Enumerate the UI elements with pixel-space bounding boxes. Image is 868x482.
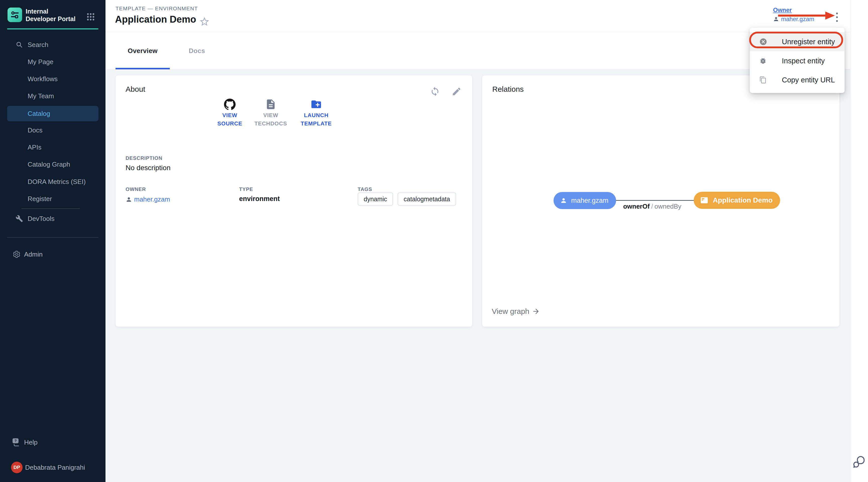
sidebar-item-label: Catalog Graph	[28, 160, 70, 169]
sidebar-item-devtools[interactable]: DevTools	[7, 211, 98, 226]
sidebar-item-label: Docs	[28, 126, 42, 134]
sidebar: Internal Developer Portal Search My Page…	[0, 0, 105, 482]
refresh-icon[interactable]	[430, 86, 440, 96]
github-icon	[224, 98, 236, 110]
view-graph-label: View graph	[492, 307, 529, 315]
cancel-circle-icon	[759, 38, 767, 46]
sidebar-item-apis[interactable]: APIs	[7, 140, 98, 155]
page-title: Application Demo	[115, 14, 196, 25]
person-icon	[126, 196, 132, 203]
action-label: VIEW	[249, 111, 292, 119]
sidebar-item-label: Help	[24, 439, 37, 446]
sidebar-item-my-team[interactable]: My Team	[7, 89, 98, 103]
action-label: TECHDOCS	[249, 119, 292, 128]
menu-item-copy-entity-url[interactable]: Copy entity URL	[750, 70, 845, 89]
action-label: LAUNCH	[295, 111, 338, 119]
tag-chip[interactable]: catalogmetadata	[398, 192, 456, 206]
person-icon	[773, 16, 779, 22]
sidebar-item-catalog[interactable]: Catalog	[7, 106, 98, 121]
sidebar-item-register[interactable]: Register	[7, 191, 98, 206]
owner-value-text: maher.gzam	[781, 16, 814, 23]
sidebar-item-label: Catalog	[28, 110, 50, 118]
view-source-button[interactable]: VIEW SOURCE	[209, 98, 251, 128]
description-label: DESCRIPTION	[126, 155, 162, 161]
bug-icon	[759, 57, 767, 65]
gear-icon	[12, 250, 21, 258]
action-label: SOURCE	[209, 119, 251, 128]
sidebar-item-label: APIs	[28, 144, 41, 151]
sidebar-item-label: DevTools	[28, 215, 55, 223]
relation-edge	[611, 200, 694, 201]
sidebar-item-catalog-graph[interactable]: Catalog Graph	[7, 157, 98, 172]
type-field-label: TYPE	[239, 186, 253, 192]
about-owner-link[interactable]: maher.gzam	[126, 195, 170, 203]
relations-card: Relations maher.gzam Application Demo ow…	[482, 76, 839, 327]
menu-item-unregister-entity[interactable]: Unregister entity	[750, 32, 845, 51]
tab-overview[interactable]: Overview	[116, 32, 170, 69]
graph-node-entity[interactable]: Application Demo	[694, 192, 780, 209]
breadcrumb: TEMPLATE — ENVIRONMENT	[116, 5, 198, 11]
help-chat-icon: ?	[11, 438, 21, 447]
chat-bubbles-icon[interactable]	[852, 454, 866, 469]
sidebar-item-docs[interactable]: Docs	[7, 123, 98, 138]
description-value: No description	[126, 164, 170, 172]
svg-text:?: ?	[14, 439, 17, 443]
relation-reverse: ownedBy	[654, 203, 681, 210]
tags-field-label: TAGS	[358, 186, 372, 192]
sidebar-item-dora-metrics[interactable]: DORA Metrics (SEI)	[7, 174, 98, 189]
node-label: Application Demo	[713, 196, 773, 204]
tag-chip[interactable]: dynamic	[358, 192, 393, 206]
sidebar-item-workflows[interactable]: Workflows	[7, 71, 98, 86]
owner-block: Owner maher.gzam	[773, 6, 814, 23]
launch-template-button[interactable]: LAUNCH TEMPLATE	[295, 98, 338, 128]
sidebar-item-help[interactable]: ? Help	[7, 435, 98, 450]
app-root: Internal Developer Portal Search My Page…	[0, 0, 868, 482]
sidebar-item-my-page[interactable]: My Page	[7, 55, 98, 69]
action-label: VIEW	[209, 111, 251, 119]
sidebar-divider	[7, 237, 98, 238]
graph-node-user[interactable]: maher.gzam	[554, 192, 616, 209]
sidebar-item-label: Admin	[24, 250, 43, 258]
new-folder-icon	[310, 98, 322, 110]
apps-grid-icon[interactable]	[87, 13, 94, 21]
wrench-icon	[16, 215, 23, 222]
active-tab-indicator	[116, 68, 170, 69]
action-label: TEMPLATE	[295, 119, 338, 128]
tab-docs[interactable]: Docs	[170, 32, 224, 69]
brand-title: Internal Developer Portal	[26, 7, 79, 23]
about-owner-text: maher.gzam	[134, 195, 170, 203]
user-name: Debabrata Panigrahi	[25, 464, 85, 472]
node-label: maher.gzam	[571, 197, 609, 205]
brand[interactable]: Internal Developer Portal	[7, 7, 98, 23]
view-graph-link[interactable]: View graph	[492, 307, 540, 315]
scroll-gutter[interactable]	[850, 0, 868, 482]
sidebar-item-label: Register	[28, 195, 52, 203]
about-card: About VIEW SOURCE VIEW TECHDOCS LAUNCH	[116, 76, 472, 327]
favorite-star-icon[interactable]	[199, 16, 210, 27]
sidebar-item-label: Workflows	[28, 75, 58, 83]
sidebar-item-label: DORA Metrics (SEI)	[28, 178, 86, 186]
menu-item-inspect-entity[interactable]: Inspect entity	[750, 51, 845, 70]
menu-item-label: Copy entity URL	[782, 76, 835, 84]
copy-icon	[759, 76, 767, 84]
menu-item-label: Inspect entity	[782, 57, 825, 65]
arrow-right-icon	[532, 307, 540, 315]
avatar: DP	[11, 462, 23, 473]
sidebar-item-search[interactable]: Search	[7, 37, 98, 52]
owner-label-link[interactable]: Owner	[773, 6, 814, 13]
kebab-menu-button[interactable]	[834, 10, 839, 24]
sidebar-user[interactable]: DP Debabrata Panigrahi	[7, 460, 98, 475]
owner-value-link[interactable]: maher.gzam	[773, 16, 814, 23]
view-techdocs-button[interactable]: VIEW TECHDOCS	[249, 98, 292, 128]
person-icon	[560, 197, 567, 204]
edit-pencil-icon[interactable]	[452, 86, 462, 96]
sidebar-item-admin[interactable]: Admin	[7, 247, 98, 262]
document-icon	[265, 98, 277, 110]
entity-context-menu: Unregister entity Inspect entity Copy en…	[750, 28, 845, 93]
sidebar-item-label: My Page	[28, 58, 54, 66]
sidebar-divider	[21, 208, 80, 209]
owner-field-label: OWNER	[126, 186, 146, 192]
type-value: environment	[239, 195, 280, 203]
template-card-icon	[700, 197, 709, 204]
menu-item-label: Unregister entity	[782, 38, 835, 46]
